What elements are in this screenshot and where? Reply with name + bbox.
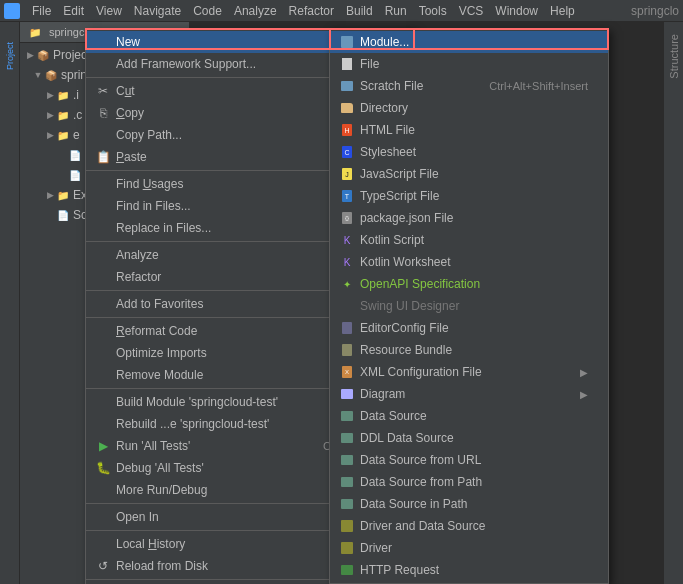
submenu-item-stylesheet[interactable]: C Stylesheet xyxy=(330,141,608,163)
editorconfig-icon-sub xyxy=(338,322,356,334)
menu-label-copy-path: Copy Path... xyxy=(116,128,182,142)
menu-label-find-in-files: Find in Files... xyxy=(116,199,191,213)
folder-icon-ext: 📁 xyxy=(56,188,70,202)
submenu-label-html: HTML File xyxy=(360,123,415,137)
menu-build[interactable]: Build xyxy=(340,2,379,20)
submenu-item-package-json[interactable]: {} package.json File xyxy=(330,207,608,229)
menu-label-reload: Reload from Disk xyxy=(116,559,208,573)
chevron-icon-ext: ▶ xyxy=(44,189,56,201)
folder-icon: 📁 xyxy=(28,25,42,39)
scratch-icon-sub xyxy=(338,81,356,91)
submenu-label-ddl: DDL Data Source xyxy=(360,431,454,445)
menu-label-refactor: Refactor xyxy=(116,270,161,284)
shortcut-scratch: Ctrl+Alt+Shift+Insert xyxy=(489,80,588,92)
reload-icon: ↺ xyxy=(94,559,112,573)
menu-label-add-favorites: Add to Favorites xyxy=(116,297,203,311)
submenu-item-openapi[interactable]: ✦ OpenAPI Specification xyxy=(330,273,608,295)
submenu-item-ds-in-path[interactable]: Data Source in Path xyxy=(330,493,608,515)
submenu-item-kotlin-ws[interactable]: K Kotlin Worksheet xyxy=(330,251,608,273)
menu-label-copy: Copy xyxy=(116,106,144,120)
menu-run[interactable]: Run xyxy=(379,2,413,20)
submenu-item-datasource[interactable]: Data Source xyxy=(330,405,608,427)
ds-path-icon-sub xyxy=(338,477,356,487)
module-icon-sub xyxy=(338,36,356,48)
css-icon-sub: C xyxy=(338,146,356,158)
submenu-item-ds-path[interactable]: Data Source from Path xyxy=(330,471,608,493)
menu-code[interactable]: Code xyxy=(187,2,228,20)
menu-tools[interactable]: Tools xyxy=(413,2,453,20)
submenu-label-ds-in-path: Data Source in Path xyxy=(360,497,467,511)
folder-icon-e: 📁 xyxy=(56,128,70,142)
submenu-item-driver[interactable]: Driver xyxy=(330,537,608,559)
submenu-item-driver-ds[interactable]: Driver and Data Source xyxy=(330,515,608,537)
menu-help[interactable]: Help xyxy=(544,2,581,20)
submenu-item-http[interactable]: HTTP Request xyxy=(330,559,608,581)
file-icon-s: 📄 xyxy=(68,168,82,182)
menubar: File Edit View Navigate Code Analyze Ref… xyxy=(0,0,683,22)
menu-label-paste: Paste xyxy=(116,150,147,164)
paste-icon: 📋 xyxy=(94,150,112,164)
submenu-label-diagram: Diagram xyxy=(360,387,405,401)
submenu-item-xml[interactable]: X XML Configuration File ▶ xyxy=(330,361,608,383)
submenu-item-html[interactable]: H HTML File xyxy=(330,119,608,141)
menu-label-analyze: Analyze xyxy=(116,248,159,262)
submenu-item-editorconfig[interactable]: EditorConfig File xyxy=(330,317,608,339)
menu-navigate[interactable]: Navigate xyxy=(128,2,187,20)
xml-icon-sub: X xyxy=(338,366,356,378)
menu-label-replace-in-files: Replace in Files... xyxy=(116,221,211,235)
menu-view[interactable]: View xyxy=(90,2,128,20)
submenu-item-dir[interactable]: Directory xyxy=(330,97,608,119)
menu-label-find-usages: Find Usages xyxy=(116,177,183,191)
debug-icon: 🐛 xyxy=(94,461,112,475)
arrow-right-icon-diagram: ▶ xyxy=(580,389,588,400)
structure-sidebar: Structure xyxy=(663,22,683,584)
menu-label-build-module: Build Module 'springcloud-test' xyxy=(116,395,278,409)
tree-label-c: .c xyxy=(73,108,82,122)
dir-icon-sub xyxy=(338,103,356,113)
chevron-right-icon-3: ▶ xyxy=(44,109,56,121)
submenu-item-ds-url[interactable]: Data Source from URL xyxy=(330,449,608,471)
copy-icon: ⎘ xyxy=(94,106,112,120)
ds-in-path-icon-sub xyxy=(338,499,356,509)
submenu-item-ts[interactable]: T TypeScript File xyxy=(330,185,608,207)
ds-url-icon-sub xyxy=(338,455,356,465)
menu-file[interactable]: File xyxy=(26,2,57,20)
submenu-label-datasource: Data Source xyxy=(360,409,427,423)
submenu-label-editorconfig: EditorConfig File xyxy=(360,321,449,335)
menu-window[interactable]: Window xyxy=(489,2,544,20)
submenu-item-bundle[interactable]: Resource Bundle xyxy=(330,339,608,361)
menu-vcs[interactable]: VCS xyxy=(453,2,490,20)
kotlin-ws-icon-sub: K xyxy=(338,257,356,268)
submenu-label-ds-path: Data Source from Path xyxy=(360,475,482,489)
menu-edit[interactable]: Edit xyxy=(57,2,90,20)
submenu-item-ddl[interactable]: DDL Data Source xyxy=(330,427,608,449)
submenu-item-diagram[interactable]: Diagram ▶ xyxy=(330,383,608,405)
html-icon-sub: H xyxy=(338,124,356,136)
menu-label-cut: Cut xyxy=(116,84,135,98)
datasource-icon-sub xyxy=(338,411,356,421)
folder-icon-c: 📁 xyxy=(56,108,70,122)
menu-refactor[interactable]: Refactor xyxy=(283,2,340,20)
submenu-item-module[interactable]: Module... xyxy=(330,31,608,53)
submenu-item-js[interactable]: J JavaScript File xyxy=(330,163,608,185)
menu-label-add-framework: Add Framework Support... xyxy=(116,57,256,71)
file-icon-scratch: 📄 xyxy=(56,208,70,222)
submenu-item-scratch[interactable]: Scratch File Ctrl+Alt+Shift+Insert xyxy=(330,75,608,97)
submenu-item-kotlin-script[interactable]: K Kotlin Script xyxy=(330,229,608,251)
submenu-label-swing: Swing UI Designer xyxy=(360,299,459,313)
project-icon: 📦 xyxy=(36,48,50,62)
submenu-label-xml: XML Configuration File xyxy=(360,365,482,379)
submenu-label-dir: Directory xyxy=(360,101,408,115)
tree-label-idea: .i xyxy=(73,88,79,102)
menu-analyze[interactable]: Analyze xyxy=(228,2,283,20)
kotlin-script-icon-sub: K xyxy=(338,235,356,246)
submenu-new[interactable]: Module... File Scratch File Ctrl+Alt+Shi… xyxy=(329,28,609,584)
tree-label-e: e xyxy=(73,128,80,142)
sidebar-item-project[interactable]: Project xyxy=(0,26,20,86)
diagram-icon-sub xyxy=(338,389,356,399)
submenu-item-file[interactable]: File xyxy=(330,53,608,75)
file-icon-mp: 📄 xyxy=(68,148,82,162)
menu-label-local-history: Local History xyxy=(116,537,185,551)
submenu-label-scratch: Scratch File xyxy=(360,79,423,93)
submenu-label-module: Module... xyxy=(360,35,409,49)
